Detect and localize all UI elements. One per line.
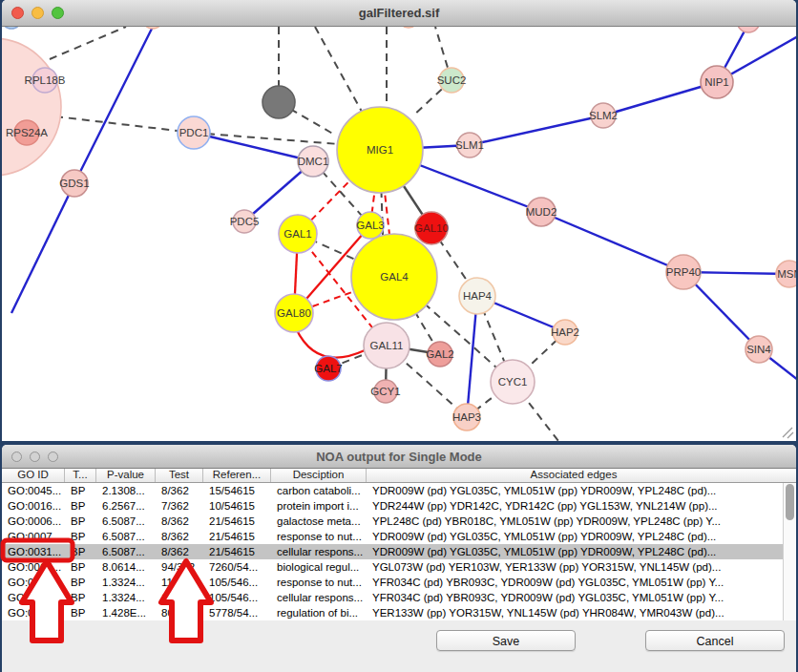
column-header-associated-edges[interactable]: Associated edges — [367, 468, 796, 482]
network-window-titlebar[interactable]: galFiltered.sif — [2, 0, 796, 27]
node-PDC5[interactable] — [233, 210, 256, 233]
close-button[interactable] — [11, 7, 24, 19]
column-header-test[interactable]: Test — [156, 468, 203, 482]
column-header-p-value[interactable]: P-value — [96, 468, 156, 482]
network-canvas[interactable]: RPL18BRPS24AGDS1PDC1DMC1MIG1SUC2SLM1SLM2… — [2, 26, 796, 441]
node-PDC1[interactable] — [178, 116, 210, 149]
node-topcut-3[interactable] — [737, 26, 760, 32]
minimize-button[interactable] — [30, 452, 40, 462]
table-row[interactable]: GO:0045...BP2.1308...8/36215/54615carbon… — [2, 483, 796, 498]
results-table: GO:0045...BP2.1308...8/36215/54615carbon… — [2, 483, 796, 620]
cell-p: 1.428E... — [96, 605, 156, 620]
close-button[interactable] — [11, 452, 22, 462]
column-header-reference[interactable]: Referen... — [203, 468, 271, 482]
zoom-button[interactable] — [48, 452, 58, 462]
window-title: galFiltered.sif — [359, 6, 440, 20]
node-MUD2[interactable] — [527, 198, 556, 226]
node-SLM2[interactable] — [591, 103, 616, 128]
node-DMC1[interactable] — [298, 146, 328, 177]
node-RPL18B[interactable] — [32, 68, 57, 93]
cell-ref: 105/546... — [203, 590, 271, 605]
table-row[interactable]: GO:0007...BP6.5087...8/36221/54615respon… — [2, 529, 796, 544]
network-edge[interactable] — [470, 116, 603, 145]
network-window: RPL18BRPS24AGDS1PDC1DMC1MIG1SUC2SLM1SLM2… — [2, 0, 796, 441]
node-GAL2[interactable] — [428, 342, 452, 367]
cell-go: GO:0050... — [2, 605, 65, 620]
cell-ref: 15/54615 — [203, 483, 271, 498]
node-MSN[interactable] — [776, 261, 796, 287]
network-edge[interactable] — [315, 27, 367, 120]
node-GAL4[interactable] — [351, 234, 437, 320]
network-edge[interactable] — [74, 27, 153, 183]
resize-grip[interactable] — [783, 428, 792, 437]
node-PRP40[interactable] — [666, 255, 701, 289]
network-edge[interactable] — [541, 212, 683, 272]
node-SUC2[interactable] — [439, 68, 464, 93]
node-gray-node[interactable] — [262, 86, 295, 118]
cell-type: BP — [65, 529, 96, 544]
cell-p: 6.5087... — [96, 529, 156, 544]
node-MIG1[interactable] — [337, 107, 423, 193]
node-GAL7[interactable] — [316, 356, 341, 381]
table-row[interactable]: GO:0031...BP1.3324...11/362105/546...res… — [2, 575, 796, 590]
node-GDS1[interactable] — [61, 170, 88, 197]
cell-ref: 7260/54... — [203, 559, 271, 575]
node-HAP3[interactable] — [453, 404, 480, 430]
cell-desc: biological regul... — [271, 559, 367, 575]
scrollbar-thumb[interactable] — [786, 484, 794, 520]
node-GAL3[interactable] — [357, 212, 384, 239]
network-edge[interactable] — [603, 82, 717, 116]
cell-desc: regulation of bi... — [271, 605, 367, 620]
network-edge[interactable] — [11, 183, 74, 313]
cell-type: BP — [65, 605, 96, 620]
node-CYC1[interactable] — [491, 360, 535, 404]
table-row[interactable]: GO:0050...BP1.428E...80/3625778/54...reg… — [2, 605, 796, 620]
table-row[interactable]: GO:0031...BP1.3324...11/362105/546...cel… — [2, 590, 796, 605]
node-GCY1[interactable] — [374, 380, 397, 403]
save-button[interactable]: Save — [436, 630, 576, 651]
cell-desc: response to nut... — [271, 575, 367, 590]
cell-test: 8/362 — [156, 529, 203, 544]
noa-output-window: NOA output for Single Mode GO ID T... P-… — [2, 445, 796, 672]
node-SIN4[interactable] — [746, 336, 772, 363]
node-GAL10[interactable] — [415, 212, 448, 244]
network-edge[interactable] — [50, 27, 126, 59]
cell-go: GO:0006... — [2, 514, 65, 529]
network-edge[interactable] — [55, 116, 194, 133]
table-row[interactable]: GO:0016...BP6.2567...7/36210/54615protei… — [2, 498, 796, 514]
cell-type: BP — [65, 575, 96, 590]
cell-test: 8/362 — [156, 544, 203, 559]
cell-ref: 10/54615 — [203, 498, 271, 514]
node-GAL11[interactable] — [364, 323, 410, 368]
cell-desc: carbon cataboli... — [271, 483, 367, 498]
cell-test: 11/362 — [156, 575, 203, 590]
noa-window-titlebar[interactable]: NOA output for Single Mode — [2, 445, 796, 469]
column-header-description[interactable]: Desciption — [271, 468, 367, 482]
zoom-button[interactable] — [52, 7, 64, 19]
node-RPS24A[interactable] — [14, 120, 39, 145]
node-SLM1[interactable] — [457, 133, 482, 158]
table-row[interactable]: GO:0006...BP6.5087...8/36221/54615galact… — [2, 514, 796, 529]
column-header-type[interactable]: T... — [65, 468, 96, 482]
cell-ref: 21/54615 — [203, 529, 271, 544]
cell-go: GO:0045... — [2, 483, 65, 498]
column-header-go-id[interactable]: GO ID — [2, 468, 65, 482]
cell-type: BP — [65, 514, 96, 529]
cell-test: 94/362 — [156, 559, 203, 575]
cell-ref: 5778/54... — [203, 605, 271, 620]
minimize-button[interactable] — [32, 7, 44, 19]
node-GAL1[interactable] — [279, 215, 317, 253]
resize-grip[interactable] — [788, 432, 793, 438]
table-row[interactable]: GO:0031...BP6.5087...8/36221/54615cellul… — [2, 544, 796, 559]
cell-test: 11/362 — [156, 590, 203, 605]
cancel-button[interactable]: Cancel — [645, 630, 785, 651]
table-row[interactable]: GO:0065...BP8.0614...94/3627260/54...bio… — [2, 559, 796, 575]
node-HAP2[interactable] — [553, 320, 578, 345]
node-HAP4[interactable] — [459, 278, 495, 314]
cell-type: BP — [65, 544, 96, 559]
network-edge[interactable] — [296, 328, 365, 358]
node-GAL80[interactable] — [275, 294, 313, 332]
table-scrollbar[interactable] — [783, 483, 796, 620]
cell-desc: protein import i... — [271, 498, 367, 514]
node-NIP1[interactable] — [701, 66, 733, 98]
